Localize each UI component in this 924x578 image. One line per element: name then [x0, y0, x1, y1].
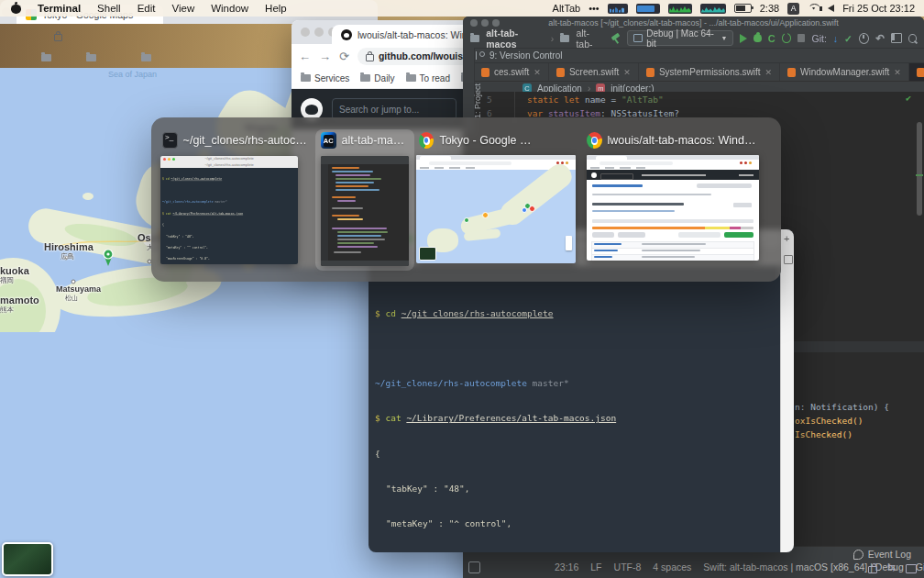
thumbnail-github[interactable] [587, 155, 759, 261]
remote-icon[interactable] [906, 564, 917, 573]
search-icon[interactable] [908, 34, 917, 43]
switcher-item-maps[interactable]: Tokyo - Google Maps [419, 132, 538, 149]
reload-icon[interactable]: ⟳ [339, 50, 349, 63]
map-label-city: Matsuyama松山 [56, 284, 101, 303]
close-tab-icon[interactable]: ✕ [764, 68, 772, 77]
git-label: Git: [811, 33, 826, 44]
tool-window-icon[interactable] [891, 33, 901, 43]
apple-menu-icon[interactable] [11, 3, 21, 14]
desktop: lwouis/alt-tab-macos: Windo ← → ⟳ github… [0, 0, 924, 578]
switcher-item-terminal[interactable]: >_ ~/git_clones/rhs-autocom... [162, 132, 307, 149]
tab-systempermissions[interactable]: SystemPermissions.swift✕ [639, 63, 780, 81]
coverage-button[interactable]: C [768, 33, 776, 44]
line-number: 5 [487, 94, 492, 105]
volume-icon[interactable] [828, 5, 834, 12]
minimize-button[interactable] [481, 19, 489, 27]
tab-preferences[interactable]: ces.swift✕ [474, 63, 549, 81]
profiler-button[interactable] [782, 33, 791, 43]
thumbnail-terminal[interactable]: ~/git_clones/rhs-autocomplete ~/git_clon… [160, 156, 298, 264]
new-tab-icon[interactable]: + [784, 233, 789, 244]
debug-button[interactable] [754, 34, 761, 42]
menu-window[interactable]: Window [211, 3, 248, 14]
back-icon[interactable]: ← [299, 50, 311, 63]
thumbnail-maps[interactable] [416, 155, 576, 263]
menu-edit[interactable]: Edit [138, 3, 156, 14]
folder-icon [360, 74, 370, 82]
github-favicon [341, 29, 352, 40]
swift-file-icon [787, 68, 796, 77]
switcher-item-github[interactable]: lwouis/alt-tab-macos: Windows... [587, 132, 761, 149]
thumbnail-appcode[interactable] [321, 156, 409, 266]
cpu-widget[interactable] [608, 4, 628, 14]
code-fragment: n: Notification) { [795, 402, 889, 412]
forward-icon[interactable]: → [319, 50, 331, 63]
zoom-button[interactable] [492, 19, 500, 27]
close-button[interactable] [470, 19, 478, 27]
code-fragment: IsChecked() [795, 429, 852, 439]
menu-shell[interactable]: Shell [97, 3, 121, 14]
alttab-menu-item[interactable]: AltTab [553, 3, 581, 14]
status-fold-icon[interactable] [468, 561, 480, 573]
close-tab-icon[interactable]: ✕ [623, 68, 631, 77]
inspection-check-icon: ✔ [906, 93, 911, 103]
menu-view[interactable]: View [171, 3, 194, 14]
wifi-icon[interactable] [808, 4, 820, 13]
tab-windowmanager[interactable]: WindowManager.swift✕ [780, 63, 909, 81]
close-tab-icon[interactable]: ✕ [534, 68, 541, 77]
git-branch[interactable]: Git: master [916, 561, 924, 572]
tab-screen[interactable]: Screen.swift✕ [549, 63, 639, 81]
indent-setting[interactable]: 4 spaces [653, 561, 691, 572]
git-update-button[interactable]: ↓ [833, 33, 838, 44]
switcher-item-appcode[interactable]: alt-tab-maco... [321, 132, 409, 149]
chrome-app-icon [419, 132, 434, 149]
line-separator[interactable]: LF [590, 561, 601, 572]
code-line-5: static let name = "AltTab" [527, 94, 664, 105]
encoding[interactable]: UTF-8 [614, 561, 642, 572]
run-configuration-select[interactable]: Debug | Mac 64-bit▼ [627, 30, 733, 46]
close-tab-icon[interactable]: ✕ [894, 68, 901, 77]
bookmark-folder[interactable]: Services [301, 73, 349, 83]
history-icon[interactable] [859, 33, 869, 44]
folder-icon [86, 54, 96, 61]
battery-icon[interactable] [734, 4, 752, 13]
input-source-icon[interactable]: A [787, 3, 799, 15]
readonly-lock-icon[interactable] [868, 566, 877, 573]
memory-widget[interactable] [636, 4, 660, 14]
terminal-content[interactable]: $ cd ~/git_clones/rhs-autocomplete ~/git… [375, 284, 616, 552]
folder-icon [41, 54, 51, 61]
caret-position[interactable]: 23:16 [555, 561, 578, 572]
menu-app-name[interactable]: Terminal [38, 3, 81, 14]
swift-file-icon [646, 68, 654, 77]
tab-application[interactable]: Application.swift [909, 63, 924, 81]
disk-widget[interactable] [700, 4, 726, 14]
menu-clock[interactable]: Fri 25 Oct 23:12 [842, 3, 915, 14]
bookmark-folder[interactable]: Daily [360, 73, 394, 83]
overflow-dots[interactable]: ••• [588, 3, 600, 14]
minimize-button[interactable] [314, 28, 324, 37]
folder-icon [301, 74, 311, 82]
menu-help[interactable]: Help [265, 3, 287, 14]
close-button[interactable] [301, 28, 310, 37]
git-commit-button[interactable]: ✓ [844, 33, 852, 44]
branch-icon [476, 51, 484, 60]
lock-icon [366, 54, 374, 61]
editor-scrollbar[interactable] [917, 122, 922, 216]
bookmark-folder[interactable]: To read [406, 73, 450, 83]
ide-toolbar: alt-tab-macos › alt-tab- Debug | Mac 64-… [463, 28, 924, 49]
module-folder-icon [560, 35, 569, 42]
event-log-button[interactable]: Event Log [853, 549, 911, 560]
url: github.com/lwouis/a [379, 50, 471, 61]
stop-button[interactable] [798, 34, 805, 42]
run-button[interactable] [740, 34, 747, 43]
lock-icon [54, 34, 62, 41]
network-widget[interactable] [668, 4, 692, 14]
swift-file-icon [556, 68, 565, 77]
sync-icon[interactable]: ⇆ [887, 561, 896, 573]
version-control-row[interactable]: 9: Version Control [463, 49, 924, 63]
tab-overview-icon[interactable] [784, 255, 793, 264]
rollback-icon[interactable]: ↶ [875, 32, 885, 45]
build-icon[interactable] [610, 33, 621, 44]
target-icon [633, 34, 643, 42]
tab-title: lwouis/alt-tab-macos: Windo [358, 29, 478, 40]
terminal-scrollbar-strip[interactable]: + [780, 229, 794, 552]
